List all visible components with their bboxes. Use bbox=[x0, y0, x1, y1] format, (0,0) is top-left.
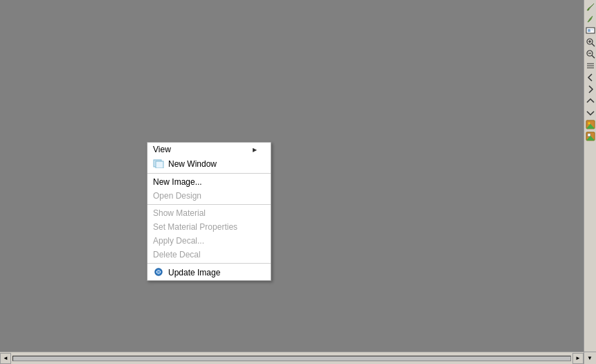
canvas-area bbox=[0, 0, 584, 352]
svg-line-6 bbox=[592, 44, 595, 46]
svg-point-23 bbox=[155, 269, 162, 275]
menu-separator-1 bbox=[147, 173, 271, 174]
corner-box: ▼ bbox=[584, 352, 596, 364]
menu-item-set-material-label: Set Material Properties bbox=[153, 222, 257, 232]
svg-rect-4 bbox=[591, 29, 593, 30]
icon-12[interactable] bbox=[585, 131, 596, 142]
menu-item-apply-decal[interactable]: Apply Decal... bbox=[147, 234, 271, 248]
zoom-out-icon[interactable] bbox=[585, 48, 596, 60]
menu-item-delete-decal[interactable]: Delete Decal bbox=[147, 248, 271, 262]
scroll-right-btn[interactable]: ► bbox=[572, 353, 584, 364]
up-icon[interactable] bbox=[585, 95, 596, 107]
menu-item-show-material[interactable]: Show Material bbox=[147, 206, 271, 220]
screenshot-icon[interactable] bbox=[585, 25, 596, 36]
menu-separator-3 bbox=[147, 263, 271, 264]
svg-point-16 bbox=[588, 122, 590, 125]
menu-item-set-material[interactable]: Set Material Properties bbox=[147, 220, 271, 234]
menu-item-new-image[interactable]: New Image... bbox=[147, 175, 271, 189]
update-image-icon bbox=[153, 267, 164, 278]
submenu-arrow: ▶ bbox=[253, 147, 257, 153]
menu-item-open-design-label: Open Design bbox=[153, 191, 257, 201]
new-window-icon bbox=[153, 158, 164, 170]
zoom-in-icon[interactable] bbox=[585, 37, 596, 48]
menu-item-open-design[interactable]: Open Design bbox=[147, 189, 271, 203]
svg-line-10 bbox=[592, 55, 595, 58]
bottom-scrollbar: ◄ ► bbox=[0, 352, 584, 364]
menu-item-new-image-label: New Image... bbox=[153, 177, 257, 187]
forward-icon[interactable] bbox=[585, 84, 596, 95]
menu-item-show-material-label: Show Material bbox=[153, 208, 257, 218]
right-toolbar bbox=[584, 0, 596, 352]
scroll-track[interactable] bbox=[12, 356, 571, 361]
menu-item-apply-decal-label: Apply Decal... bbox=[153, 236, 257, 246]
scroll-down-btn[interactable]: ▼ bbox=[584, 352, 595, 363]
menu-item-view-label: View bbox=[153, 145, 249, 154]
feather-icon[interactable] bbox=[585, 1, 596, 12]
menu-item-new-window-label: New Window bbox=[168, 159, 257, 169]
list-icon[interactable] bbox=[585, 60, 596, 71]
menu-separator-2 bbox=[147, 204, 271, 205]
svg-rect-22 bbox=[156, 161, 163, 168]
leaf-icon[interactable] bbox=[585, 13, 596, 24]
icon-11[interactable] bbox=[585, 119, 596, 130]
scroll-left-btn[interactable]: ◄ bbox=[0, 353, 11, 364]
menu-item-update-image[interactable]: Update Image bbox=[147, 265, 271, 280]
down-icon[interactable] bbox=[585, 107, 596, 118]
menu-item-delete-decal-label: Delete Decal bbox=[153, 250, 257, 260]
menu-item-new-window[interactable]: New Window bbox=[147, 156, 271, 172]
menu-item-update-image-label: Update Image bbox=[168, 268, 257, 277]
svg-rect-19 bbox=[588, 134, 590, 136]
svg-rect-3 bbox=[588, 29, 590, 32]
context-menu: View ▶ New Window New Image... Open Desi… bbox=[147, 142, 271, 281]
back-icon[interactable] bbox=[585, 72, 596, 83]
menu-item-view[interactable]: View ▶ bbox=[147, 143, 271, 156]
